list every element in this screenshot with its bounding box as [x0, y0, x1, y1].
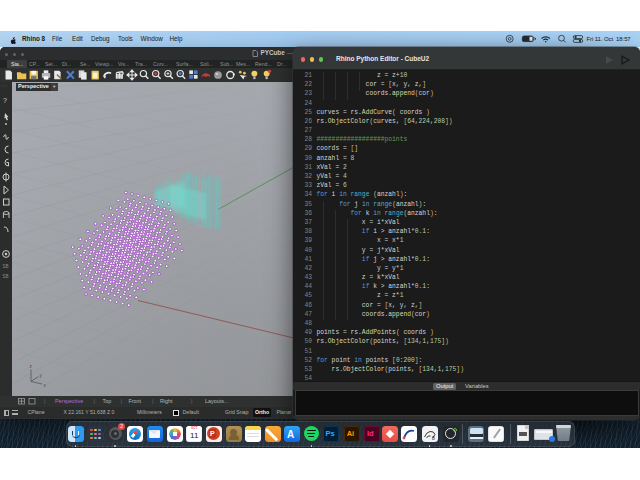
svg-text:8: 8	[432, 435, 435, 441]
svg-text:SB: SB	[3, 274, 9, 279]
svg-text:?: ?	[3, 97, 7, 104]
svg-text:SB: SB	[3, 264, 9, 269]
